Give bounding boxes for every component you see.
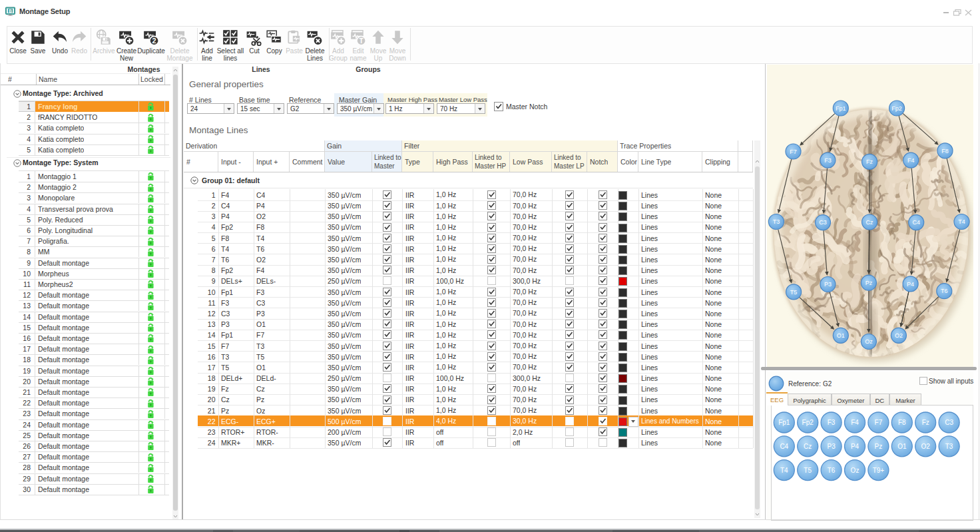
svg-text:F3: F3 — [824, 157, 832, 164]
svg-text:Cz: Cz — [865, 219, 873, 226]
svg-text:T4: T4 — [958, 218, 965, 225]
svg-text:F7: F7 — [874, 419, 882, 426]
svg-text:T5: T5 — [804, 467, 812, 474]
svg-text:T9+: T9+ — [872, 467, 884, 474]
svg-text:T3: T3 — [945, 443, 953, 450]
svg-text:Oz: Oz — [865, 338, 873, 345]
svg-text:O2: O2 — [894, 332, 902, 339]
svg-text:B: B — [9, 9, 12, 13]
svg-text:T6: T6 — [827, 467, 835, 474]
svg-text:C4: C4 — [912, 219, 920, 226]
svg-text:Cz: Cz — [804, 443, 812, 450]
svg-text:C4: C4 — [780, 443, 788, 450]
svg-text:P4: P4 — [907, 281, 914, 288]
svg-text:F7: F7 — [790, 148, 797, 155]
svg-text:Fp2: Fp2 — [802, 419, 814, 426]
svg-text:T: T — [359, 37, 364, 45]
svg-text:T4: T4 — [780, 467, 788, 474]
svg-text:O1: O1 — [897, 443, 907, 450]
svg-text:P3: P3 — [824, 281, 831, 288]
svg-text:C3: C3 — [819, 219, 827, 226]
svg-text:C3: C3 — [945, 419, 953, 426]
svg-text:F4: F4 — [907, 157, 914, 164]
svg-text:T3: T3 — [772, 218, 780, 225]
svg-text:Fz: Fz — [921, 419, 929, 426]
svg-text:Pz: Pz — [865, 280, 872, 286]
svg-text:Fp1: Fp1 — [836, 105, 846, 112]
svg-text:P3: P3 — [827, 443, 836, 450]
svg-text:F8: F8 — [941, 148, 949, 154]
svg-text:Fz: Fz — [866, 158, 873, 165]
svg-text:O2: O2 — [921, 443, 930, 450]
svg-text:Fp2: Fp2 — [891, 105, 902, 112]
svg-text:F8: F8 — [897, 419, 905, 426]
svg-text:T5: T5 — [790, 289, 797, 296]
svg-text:Oz: Oz — [850, 467, 859, 474]
svg-text:Fp1: Fp1 — [778, 419, 790, 426]
svg-text:T6: T6 — [941, 288, 948, 294]
svg-text:2: 2 — [152, 37, 156, 45]
svg-text:Pz: Pz — [874, 443, 882, 450]
svg-text:P4: P4 — [850, 443, 859, 450]
svg-text:F3: F3 — [827, 419, 835, 426]
svg-text:O1: O1 — [836, 332, 844, 339]
svg-text:F4: F4 — [851, 419, 859, 426]
